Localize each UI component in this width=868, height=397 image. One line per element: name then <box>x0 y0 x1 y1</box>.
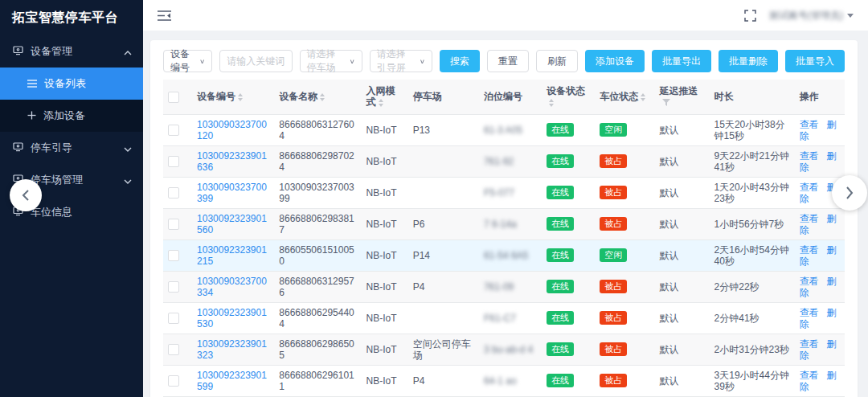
device-status-badge: 在线 <box>547 342 574 356</box>
plus-icon <box>27 110 36 122</box>
sort-icon[interactable] <box>549 99 554 107</box>
row-checkbox[interactable] <box>168 125 179 136</box>
column-header: 停车场 <box>408 80 479 114</box>
sidebar-item-parking-guidance[interactable]: 停车引导 <box>0 132 143 164</box>
row-checkbox[interactable] <box>168 250 179 261</box>
device-id-link[interactable]: 1030090323700120 <box>197 119 267 141</box>
refresh-button[interactable]: 刷新 <box>536 50 578 72</box>
search-field-select[interactable]: 设备编号 ∨ <box>163 50 212 72</box>
sidebar-item-device-list[interactable]: 设备列表 <box>0 68 143 100</box>
sidebar-item-label: 设备管理 <box>31 44 72 59</box>
row-checkbox[interactable] <box>168 375 179 387</box>
device-id-link[interactable]: 1030092323901215 <box>197 244 267 267</box>
row-checkbox[interactable] <box>168 313 179 324</box>
duration: 1小时56分钟7秒 <box>714 219 784 230</box>
user-menu[interactable]: 测试账号(管理员) <box>769 9 854 23</box>
device-id-link[interactable]: 1030092323901323 <box>197 338 267 361</box>
device-id-link[interactable]: 1030090323700334 <box>197 276 267 298</box>
duration: 9天22小时21分钟41秒 <box>714 150 789 173</box>
delay-push: 默认 <box>659 250 678 261</box>
guidance-screen-select[interactable]: 请选择引导屏 ∨ <box>370 50 432 72</box>
chevron-up-icon <box>124 46 132 58</box>
device-id-link[interactable]: 1030090323700399 <box>197 182 267 204</box>
filter-icon[interactable] <box>662 97 670 108</box>
delay-push: 默认 <box>659 344 678 355</box>
sort-icon[interactable] <box>320 93 325 101</box>
filter-toolbar: 设备编号 ∨ 请选择停车场 ∨ 请选择引导屏 ∨ 搜索 重置 刷新 <box>163 50 845 72</box>
collapse-left-button[interactable] <box>10 179 42 211</box>
sort-icon[interactable] <box>379 99 383 107</box>
row-checkbox[interactable] <box>168 281 179 293</box>
parking-lot: P14 <box>413 250 430 261</box>
action-buttons: 刷新 添加设备 批量导出 批量删除 批量导入 <box>536 50 845 72</box>
search-button[interactable]: 搜索 <box>440 50 480 72</box>
device-name: 866688062961011 <box>279 370 354 392</box>
space-status-badge: 被占 <box>600 342 627 356</box>
duration: 2分钟41秒 <box>714 313 760 324</box>
column-header[interactable]: 入网模式 <box>362 80 408 114</box>
device-id-link[interactable]: 1030092323901530 <box>197 307 267 329</box>
berth-number-blurred: F61-C7 <box>484 313 516 324</box>
parking-lot: P4 <box>413 375 425 387</box>
row-checkbox[interactable] <box>168 344 179 355</box>
delay-push: 默认 <box>659 219 678 230</box>
berth-number-blurred: 64-1 ao <box>484 375 517 387</box>
column-header: 泊位编号 <box>479 80 542 114</box>
keyword-input[interactable] <box>227 55 285 67</box>
column-header[interactable]: 延迟推送 <box>654 80 709 114</box>
sidebar-item-device-management[interactable]: 设备管理 <box>0 35 143 68</box>
batch-delete-button[interactable]: 批量删除 <box>719 50 778 72</box>
table-row: 1030092323901530 866688062954404 NB-IoT … <box>163 302 845 334</box>
column-header[interactable]: 车位状态 <box>595 80 654 114</box>
scroll-right-button[interactable] <box>832 175 867 211</box>
space-status-badge: 空闲 <box>600 123 627 137</box>
add-device-button[interactable]: 添加设备 <box>585 50 645 72</box>
sidebar-item-label: 车位信息 <box>31 205 72 219</box>
device-status-badge: 在线 <box>547 280 574 293</box>
network-mode: NB-IoT <box>366 281 397 293</box>
row-checkbox[interactable] <box>168 156 179 167</box>
view-link[interactable]: 查看 <box>800 276 819 287</box>
row-checkbox[interactable] <box>168 219 179 230</box>
column-header[interactable]: 设备状态 <box>542 80 595 114</box>
space-status-badge: 空闲 <box>600 248 627 262</box>
device-status-badge: 在线 <box>547 154 574 168</box>
view-link[interactable]: 查看 <box>800 182 819 193</box>
column-header[interactable]: 设备名称 <box>274 80 361 114</box>
fullscreen-icon[interactable] <box>744 10 756 22</box>
view-link[interactable]: 查看 <box>800 119 819 130</box>
view-link[interactable]: 查看 <box>800 150 819 162</box>
device-name: 866055061510050 <box>279 244 354 267</box>
sidebar-item-add-device[interactable]: 添加设备 <box>0 100 143 132</box>
device-id-link[interactable]: 1030092323901636 <box>197 150 267 173</box>
view-link[interactable]: 查看 <box>800 244 819 256</box>
delay-push: 默认 <box>659 313 678 324</box>
column-header[interactable]: 设备编号 <box>192 80 274 114</box>
berth-number-blurred: 61-54 6A5 <box>484 250 528 261</box>
top-header: 测试账号(管理员) <box>143 0 868 31</box>
berth-number-blurred: 7 6-14a <box>484 219 517 230</box>
table-header-row: 设备编号设备名称入网模式停车场泊位编号设备状态车位状态延迟推送时长操作 <box>163 80 845 114</box>
screen-icon <box>13 141 23 154</box>
delay-push: 默认 <box>659 187 678 198</box>
view-link[interactable]: 查看 <box>800 338 819 350</box>
select-all-checkbox[interactable] <box>168 92 179 103</box>
device-id-link[interactable]: 1030092323901560 <box>197 213 267 235</box>
device-name: 1030090323700399 <box>279 182 354 204</box>
view-link[interactable]: 查看 <box>800 307 819 318</box>
parking-lot-select[interactable]: 请选择停车场 ∨ <box>300 50 362 72</box>
sort-icon[interactable] <box>238 93 243 101</box>
batch-export-button[interactable]: 批量导出 <box>652 50 711 72</box>
device-id-link[interactable]: 1030092323901599 <box>197 370 267 392</box>
view-link[interactable]: 查看 <box>800 213 819 224</box>
duration: 1天20小时43分钟23秒 <box>714 182 789 204</box>
reset-button[interactable]: 重置 <box>487 50 529 72</box>
menu-fold-icon[interactable] <box>158 10 171 22</box>
view-link[interactable]: 查看 <box>800 370 819 381</box>
sort-icon[interactable] <box>641 93 645 101</box>
row-checkbox[interactable] <box>168 187 179 198</box>
table-row: 1030090323700120 866688063127604 NB-IoT … <box>163 114 845 145</box>
table-row: 1030090323700399 1030090323700399 NB-IoT… <box>163 177 845 208</box>
batch-import-button[interactable]: 批量导入 <box>785 50 845 72</box>
device-management-submenu: 设备列表 添加设备 <box>0 68 143 132</box>
